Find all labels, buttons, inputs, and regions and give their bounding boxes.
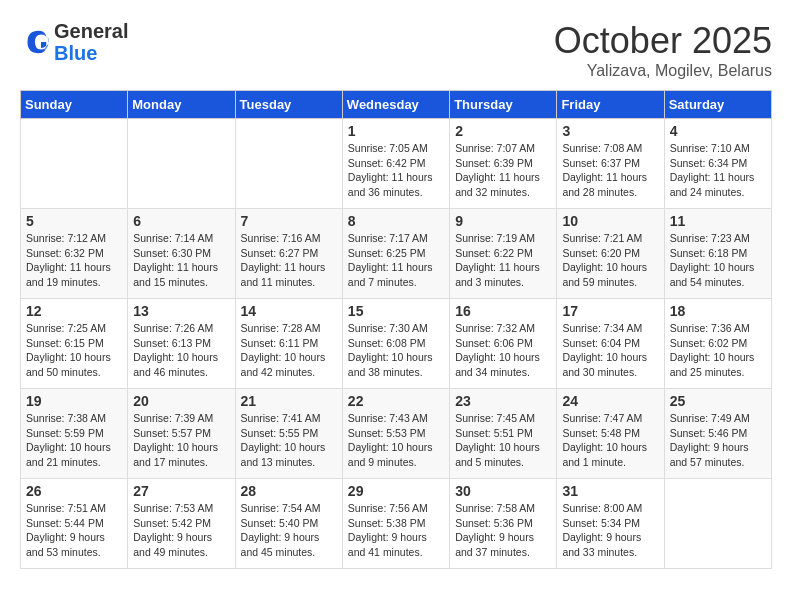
day-number: 19 bbox=[26, 393, 122, 409]
calendar-cell: 25Sunrise: 7:49 AM Sunset: 5:46 PM Dayli… bbox=[664, 389, 771, 479]
day-number: 18 bbox=[670, 303, 766, 319]
day-info: Sunrise: 7:12 AM Sunset: 6:32 PM Dayligh… bbox=[26, 231, 122, 290]
day-info: Sunrise: 7:21 AM Sunset: 6:20 PM Dayligh… bbox=[562, 231, 658, 290]
day-info: Sunrise: 7:49 AM Sunset: 5:46 PM Dayligh… bbox=[670, 411, 766, 470]
logo: General Blue bbox=[20, 20, 128, 64]
header-friday: Friday bbox=[557, 91, 664, 119]
day-number: 3 bbox=[562, 123, 658, 139]
day-info: Sunrise: 7:56 AM Sunset: 5:38 PM Dayligh… bbox=[348, 501, 444, 560]
day-info: Sunrise: 7:19 AM Sunset: 6:22 PM Dayligh… bbox=[455, 231, 551, 290]
calendar-cell: 1Sunrise: 7:05 AM Sunset: 6:42 PM Daylig… bbox=[342, 119, 449, 209]
day-number: 9 bbox=[455, 213, 551, 229]
calendar-cell: 12Sunrise: 7:25 AM Sunset: 6:15 PM Dayli… bbox=[21, 299, 128, 389]
calendar-header-row: SundayMondayTuesdayWednesdayThursdayFrid… bbox=[21, 91, 772, 119]
calendar-cell: 22Sunrise: 7:43 AM Sunset: 5:53 PM Dayli… bbox=[342, 389, 449, 479]
calendar-cell: 23Sunrise: 7:45 AM Sunset: 5:51 PM Dayli… bbox=[450, 389, 557, 479]
day-number: 4 bbox=[670, 123, 766, 139]
day-number: 7 bbox=[241, 213, 337, 229]
day-info: Sunrise: 7:36 AM Sunset: 6:02 PM Dayligh… bbox=[670, 321, 766, 380]
day-number: 15 bbox=[348, 303, 444, 319]
calendar-cell: 11Sunrise: 7:23 AM Sunset: 6:18 PM Dayli… bbox=[664, 209, 771, 299]
day-info: Sunrise: 7:14 AM Sunset: 6:30 PM Dayligh… bbox=[133, 231, 229, 290]
day-info: Sunrise: 7:05 AM Sunset: 6:42 PM Dayligh… bbox=[348, 141, 444, 200]
day-info: Sunrise: 7:41 AM Sunset: 5:55 PM Dayligh… bbox=[241, 411, 337, 470]
day-number: 22 bbox=[348, 393, 444, 409]
calendar-cell: 28Sunrise: 7:54 AM Sunset: 5:40 PM Dayli… bbox=[235, 479, 342, 569]
day-info: Sunrise: 7:58 AM Sunset: 5:36 PM Dayligh… bbox=[455, 501, 551, 560]
header-tuesday: Tuesday bbox=[235, 91, 342, 119]
calendar-week-1: 1Sunrise: 7:05 AM Sunset: 6:42 PM Daylig… bbox=[21, 119, 772, 209]
calendar-cell: 13Sunrise: 7:26 AM Sunset: 6:13 PM Dayli… bbox=[128, 299, 235, 389]
calendar-cell: 15Sunrise: 7:30 AM Sunset: 6:08 PM Dayli… bbox=[342, 299, 449, 389]
calendar-cell: 24Sunrise: 7:47 AM Sunset: 5:48 PM Dayli… bbox=[557, 389, 664, 479]
calendar-cell: 16Sunrise: 7:32 AM Sunset: 6:06 PM Dayli… bbox=[450, 299, 557, 389]
day-info: Sunrise: 7:34 AM Sunset: 6:04 PM Dayligh… bbox=[562, 321, 658, 380]
calendar-cell: 5Sunrise: 7:12 AM Sunset: 6:32 PM Daylig… bbox=[21, 209, 128, 299]
calendar-cell: 31Sunrise: 8:00 AM Sunset: 5:34 PM Dayli… bbox=[557, 479, 664, 569]
calendar-cell: 29Sunrise: 7:56 AM Sunset: 5:38 PM Dayli… bbox=[342, 479, 449, 569]
day-number: 2 bbox=[455, 123, 551, 139]
calendar-cell bbox=[664, 479, 771, 569]
day-info: Sunrise: 8:00 AM Sunset: 5:34 PM Dayligh… bbox=[562, 501, 658, 560]
day-number: 27 bbox=[133, 483, 229, 499]
day-number: 8 bbox=[348, 213, 444, 229]
day-info: Sunrise: 7:38 AM Sunset: 5:59 PM Dayligh… bbox=[26, 411, 122, 470]
day-number: 21 bbox=[241, 393, 337, 409]
day-number: 13 bbox=[133, 303, 229, 319]
calendar-cell bbox=[235, 119, 342, 209]
day-number: 11 bbox=[670, 213, 766, 229]
day-number: 20 bbox=[133, 393, 229, 409]
day-number: 30 bbox=[455, 483, 551, 499]
day-info: Sunrise: 7:54 AM Sunset: 5:40 PM Dayligh… bbox=[241, 501, 337, 560]
page-header: General Blue October 2025 Yalizava, Mogi… bbox=[20, 20, 772, 80]
logo-text: General Blue bbox=[54, 20, 128, 64]
day-info: Sunrise: 7:39 AM Sunset: 5:57 PM Dayligh… bbox=[133, 411, 229, 470]
day-info: Sunrise: 7:25 AM Sunset: 6:15 PM Dayligh… bbox=[26, 321, 122, 380]
day-number: 1 bbox=[348, 123, 444, 139]
calendar-cell: 4Sunrise: 7:10 AM Sunset: 6:34 PM Daylig… bbox=[664, 119, 771, 209]
header-wednesday: Wednesday bbox=[342, 91, 449, 119]
logo-blue: Blue bbox=[54, 42, 128, 64]
calendar-cell: 10Sunrise: 7:21 AM Sunset: 6:20 PM Dayli… bbox=[557, 209, 664, 299]
header-monday: Monday bbox=[128, 91, 235, 119]
calendar-cell bbox=[21, 119, 128, 209]
day-info: Sunrise: 7:45 AM Sunset: 5:51 PM Dayligh… bbox=[455, 411, 551, 470]
calendar-cell: 8Sunrise: 7:17 AM Sunset: 6:25 PM Daylig… bbox=[342, 209, 449, 299]
day-info: Sunrise: 7:47 AM Sunset: 5:48 PM Dayligh… bbox=[562, 411, 658, 470]
day-number: 26 bbox=[26, 483, 122, 499]
calendar-cell: 6Sunrise: 7:14 AM Sunset: 6:30 PM Daylig… bbox=[128, 209, 235, 299]
calendar-cell: 20Sunrise: 7:39 AM Sunset: 5:57 PM Dayli… bbox=[128, 389, 235, 479]
calendar-cell: 17Sunrise: 7:34 AM Sunset: 6:04 PM Dayli… bbox=[557, 299, 664, 389]
month-title: October 2025 bbox=[554, 20, 772, 62]
header-saturday: Saturday bbox=[664, 91, 771, 119]
day-info: Sunrise: 7:32 AM Sunset: 6:06 PM Dayligh… bbox=[455, 321, 551, 380]
calendar-cell: 19Sunrise: 7:38 AM Sunset: 5:59 PM Dayli… bbox=[21, 389, 128, 479]
day-number: 12 bbox=[26, 303, 122, 319]
day-number: 16 bbox=[455, 303, 551, 319]
calendar-cell: 3Sunrise: 7:08 AM Sunset: 6:37 PM Daylig… bbox=[557, 119, 664, 209]
header-thursday: Thursday bbox=[450, 91, 557, 119]
day-number: 10 bbox=[562, 213, 658, 229]
day-info: Sunrise: 7:28 AM Sunset: 6:11 PM Dayligh… bbox=[241, 321, 337, 380]
title-block: October 2025 Yalizava, Mogilev, Belarus bbox=[554, 20, 772, 80]
day-number: 23 bbox=[455, 393, 551, 409]
day-number: 28 bbox=[241, 483, 337, 499]
calendar-week-5: 26Sunrise: 7:51 AM Sunset: 5:44 PM Dayli… bbox=[21, 479, 772, 569]
calendar-table: SundayMondayTuesdayWednesdayThursdayFrid… bbox=[20, 90, 772, 569]
day-info: Sunrise: 7:53 AM Sunset: 5:42 PM Dayligh… bbox=[133, 501, 229, 560]
calendar-cell: 14Sunrise: 7:28 AM Sunset: 6:11 PM Dayli… bbox=[235, 299, 342, 389]
calendar-week-4: 19Sunrise: 7:38 AM Sunset: 5:59 PM Dayli… bbox=[21, 389, 772, 479]
logo-general: General bbox=[54, 20, 128, 42]
day-number: 29 bbox=[348, 483, 444, 499]
day-info: Sunrise: 7:51 AM Sunset: 5:44 PM Dayligh… bbox=[26, 501, 122, 560]
calendar-cell: 9Sunrise: 7:19 AM Sunset: 6:22 PM Daylig… bbox=[450, 209, 557, 299]
calendar-cell: 26Sunrise: 7:51 AM Sunset: 5:44 PM Dayli… bbox=[21, 479, 128, 569]
day-number: 14 bbox=[241, 303, 337, 319]
day-number: 6 bbox=[133, 213, 229, 229]
day-info: Sunrise: 7:10 AM Sunset: 6:34 PM Dayligh… bbox=[670, 141, 766, 200]
calendar-cell: 18Sunrise: 7:36 AM Sunset: 6:02 PM Dayli… bbox=[664, 299, 771, 389]
calendar-week-2: 5Sunrise: 7:12 AM Sunset: 6:32 PM Daylig… bbox=[21, 209, 772, 299]
day-number: 17 bbox=[562, 303, 658, 319]
day-info: Sunrise: 7:07 AM Sunset: 6:39 PM Dayligh… bbox=[455, 141, 551, 200]
day-info: Sunrise: 7:16 AM Sunset: 6:27 PM Dayligh… bbox=[241, 231, 337, 290]
